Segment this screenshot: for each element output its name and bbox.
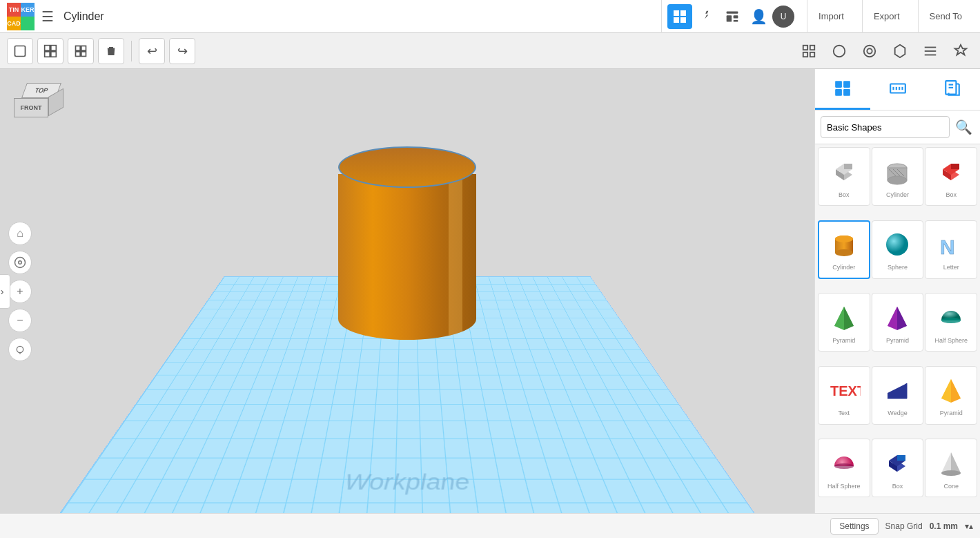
svg-point-60 [835, 236, 853, 242]
shape-cylinder-orange[interactable]: Cylinder [818, 220, 870, 279]
svg-rect-18 [810, 45, 814, 49]
cylinder-body [338, 174, 476, 340]
svg-rect-4 [727, 11, 738, 13]
category-select[interactable]: Basic Shapes [821, 116, 950, 138]
workplane-label: Workplane [343, 469, 471, 495]
shape-label: Box [839, 191, 850, 198]
shape-label: Half Sphere [934, 337, 968, 344]
shape-label: Pyramid [832, 337, 855, 344]
hamburger-icon[interactable]: ☰ [41, 8, 54, 25]
svg-rect-35 [890, 84, 905, 93]
shape-letter-n[interactable]: N Letter [925, 220, 977, 279]
shape-label: Cylinder [832, 264, 855, 271]
svg-point-61 [886, 233, 908, 256]
settings-button[interactable]: Settings [830, 518, 878, 535]
cylinder-object[interactable] [338, 146, 476, 340]
snap-grid-value: 0.1 mm [930, 521, 958, 531]
shape-wedge-blue[interactable]: Wedge [872, 366, 924, 425]
cylinder-highlight [449, 174, 462, 340]
topbar: TIN KER CAD ☰ Cylinder 👤 [0, 0, 980, 33]
svg-rect-8 [15, 46, 26, 56]
zoom-in-button[interactable]: + [8, 280, 32, 303]
shape-box-gray[interactable]: Box [818, 147, 870, 206]
fit-button[interactable] [8, 338, 32, 361]
svg-rect-6 [734, 15, 738, 18]
user-icon[interactable]: 👤 [746, 4, 771, 29]
panel-search: Basic Shapes 🔍 [815, 111, 980, 144]
tab-ruler[interactable] [870, 69, 925, 110]
svg-marker-68 [888, 307, 897, 330]
layout-icon[interactable] [720, 4, 745, 29]
avatar-icon[interactable]: U [772, 6, 794, 28]
nav-icons: 👤 U [661, 0, 800, 33]
shape-hemisphere-pink[interactable]: Half Sphere [818, 439, 870, 497]
shape-cone-gray[interactable]: Cone [925, 439, 977, 497]
tab-notes[interactable] [925, 69, 980, 110]
view-cube[interactable]: TOP FRONT [14, 83, 69, 138]
svg-point-79 [834, 463, 854, 469]
grid-view-icon[interactable] [667, 4, 692, 29]
svg-point-28 [19, 260, 22, 264]
import-button[interactable]: Import [807, 0, 855, 33]
shape-label: Wedge [888, 410, 907, 416]
redo-button[interactable]: ↪ [169, 38, 195, 64]
home-button[interactable]: ⌂ [8, 222, 32, 245]
svg-rect-19 [803, 52, 807, 56]
toolbar: ↩ ↪ [0, 33, 980, 69]
shape-sphere-teal[interactable]: Sphere [872, 220, 924, 279]
export-button[interactable]: Export [862, 0, 911, 33]
svg-point-23 [867, 48, 872, 53]
shape-label: Sphere [888, 264, 908, 271]
undo-button[interactable]: ↩ [139, 38, 165, 64]
shape-pyramid-green[interactable]: Pyramid [818, 293, 870, 352]
separator [131, 41, 132, 61]
group-button[interactable] [37, 38, 63, 64]
shape-pyramid-yellow[interactable]: Pyramid [925, 366, 977, 425]
hammer-icon[interactable] [694, 4, 718, 29]
pattern-btn[interactable] [948, 39, 973, 64]
svg-point-29 [17, 346, 23, 352]
cube-front-face[interactable]: FRONT [14, 98, 48, 117]
logo[interactable]: TIN KER CAD [7, 3, 35, 30]
svg-text:TEXT: TEXT [830, 383, 861, 398]
delete-button[interactable] [98, 38, 124, 64]
shape-box-red[interactable]: Box [925, 147, 977, 206]
panel-collapse-button[interactable]: › [0, 274, 10, 309]
main-area: TOP FRONT ⌂ + − [0, 69, 980, 513]
shape-pyramid-purple[interactable]: Pyramid [872, 293, 924, 352]
hex-btn[interactable] [888, 39, 912, 64]
shape-box-navy[interactable]: Box [872, 439, 924, 497]
ungroup-button[interactable] [68, 38, 94, 64]
outline-btn[interactable] [857, 39, 882, 64]
svg-rect-31 [835, 81, 842, 88]
shape-cylinder-hole[interactable]: Cylinder [872, 147, 924, 206]
svg-marker-75 [951, 379, 961, 403]
new-shape-button[interactable] [7, 38, 33, 64]
shape-label: Box [945, 191, 957, 198]
shape-label: Cylinder [886, 191, 909, 198]
bottom-bar: Settings Snap Grid 0.1 mm ▾▴ [0, 513, 980, 538]
svg-rect-3 [680, 17, 686, 23]
snap-btn[interactable] [796, 39, 821, 64]
svg-marker-64 [844, 307, 854, 330]
snap-arrows[interactable]: ▾▴ [965, 521, 973, 531]
zoom-out-button[interactable]: − [8, 309, 32, 332]
svg-point-49 [888, 176, 907, 184]
svg-text:N: N [940, 236, 955, 258]
tab-grid[interactable] [815, 69, 870, 110]
shape-half-sphere[interactable]: Half Sphere [925, 293, 977, 352]
align-btn[interactable] [918, 39, 943, 64]
canvas-area[interactable]: TOP FRONT ⌂ + − [0, 69, 814, 513]
svg-rect-16 [81, 51, 86, 56]
svg-rect-15 [76, 51, 81, 56]
svg-marker-24 [895, 44, 905, 57]
sendto-button[interactable]: Send To [918, 0, 973, 33]
cylinder-top [338, 146, 476, 188]
light-btn[interactable] [827, 39, 852, 64]
orbit-button[interactable] [8, 251, 32, 274]
shape-label: Half Sphere [827, 483, 861, 490]
svg-point-21 [834, 45, 845, 57]
svg-rect-20 [810, 52, 814, 56]
search-button[interactable]: 🔍 [952, 116, 974, 138]
shape-text[interactable]: TEXT Text [818, 366, 870, 425]
